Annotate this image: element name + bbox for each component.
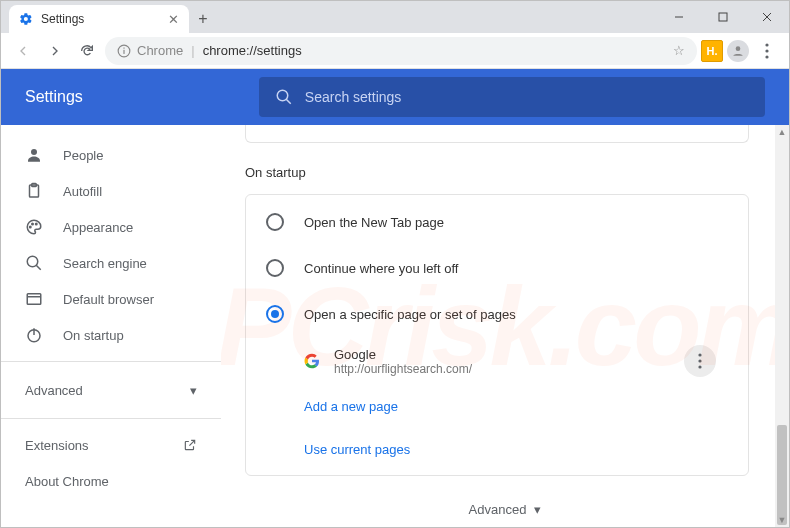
startup-option-continue[interactable]: Continue where you left off xyxy=(246,245,748,291)
sidebar-item-label: Appearance xyxy=(63,220,133,235)
sidebar-item-default-browser[interactable]: Default browser xyxy=(1,281,221,317)
extension-badge[interactable]: H. xyxy=(701,40,723,62)
svg-point-17 xyxy=(32,223,34,225)
search-icon xyxy=(25,254,43,272)
sidebar-item-on-startup[interactable]: On startup xyxy=(1,317,221,353)
settings-sidebar: People Autofill Appearance Search engine… xyxy=(1,125,221,527)
maximize-button[interactable] xyxy=(701,1,745,33)
startup-card: Open the New Tab page Continue where you… xyxy=(245,194,749,476)
titlebar: Settings ✕ + xyxy=(1,1,789,33)
option-label: Open the New Tab page xyxy=(304,215,444,230)
power-icon xyxy=(25,326,43,344)
divider xyxy=(1,418,221,419)
sidebar-item-autofill[interactable]: Autofill xyxy=(1,173,221,209)
scrollbar[interactable]: ▲ ▼ xyxy=(775,125,789,527)
svg-point-19 xyxy=(27,256,38,267)
svg-point-26 xyxy=(698,359,701,362)
scroll-up-icon[interactable]: ▲ xyxy=(775,125,789,139)
window-controls xyxy=(657,1,789,33)
svg-point-10 xyxy=(765,55,768,58)
sidebar-item-label: People xyxy=(63,148,103,163)
svg-point-7 xyxy=(736,46,741,51)
chevron-down-icon: ▾ xyxy=(190,383,197,398)
sidebar-item-appearance[interactable]: Appearance xyxy=(1,209,221,245)
startup-page-title: Google xyxy=(334,347,472,362)
clipboard-icon xyxy=(25,182,43,200)
sidebar-about-chrome[interactable]: About Chrome xyxy=(1,463,221,499)
url-scheme-label: Chrome xyxy=(137,43,183,58)
close-icon[interactable]: ✕ xyxy=(168,12,179,27)
url-text: chrome://settings xyxy=(203,43,302,58)
forward-button[interactable] xyxy=(41,37,69,65)
svg-rect-1 xyxy=(719,13,727,21)
sidebar-item-search-engine[interactable]: Search engine xyxy=(1,245,221,281)
add-new-page-link[interactable]: Add a new page xyxy=(246,385,748,428)
scrollbar-thumb[interactable] xyxy=(777,425,787,525)
advanced-toggle-bottom[interactable]: Advanced ▾ xyxy=(245,476,765,527)
page-entry-menu-button[interactable] xyxy=(684,345,716,377)
sidebar-item-label: Autofill xyxy=(63,184,102,199)
svg-point-11 xyxy=(277,90,288,101)
sidebar-advanced-toggle[interactable]: Advanced▾ xyxy=(1,370,221,410)
svg-point-27 xyxy=(698,365,701,368)
new-tab-button[interactable]: + xyxy=(189,5,217,33)
tab-title: Settings xyxy=(41,12,160,26)
page-title: Settings xyxy=(25,88,83,106)
search-icon xyxy=(275,88,293,106)
gear-icon xyxy=(19,12,33,26)
person-icon xyxy=(25,146,43,164)
sidebar-item-label: Default browser xyxy=(63,292,154,307)
svg-line-12 xyxy=(286,99,291,104)
radio-unchecked-icon[interactable] xyxy=(266,259,284,277)
advanced-label: Advanced xyxy=(469,502,527,517)
svg-point-18 xyxy=(36,223,38,225)
extensions-label: Extensions xyxy=(25,438,89,453)
reload-button[interactable] xyxy=(73,37,101,65)
chevron-down-icon: ▾ xyxy=(534,502,541,517)
browser-toolbar: Chrome | chrome://settings ☆ H. xyxy=(1,33,789,69)
sidebar-item-label: Search engine xyxy=(63,256,147,271)
radio-unchecked-icon[interactable] xyxy=(266,213,284,231)
startup-option-specific-pages[interactable]: Open a specific page or set of pages xyxy=(246,291,748,337)
sidebar-item-people[interactable]: People xyxy=(1,137,221,173)
previous-card-edge xyxy=(245,125,749,143)
site-info-icon[interactable]: Chrome xyxy=(117,43,183,58)
option-label: Open a specific page or set of pages xyxy=(304,307,516,322)
scroll-down-icon[interactable]: ▼ xyxy=(775,513,789,527)
divider xyxy=(1,361,221,362)
svg-rect-6 xyxy=(123,47,124,48)
palette-icon xyxy=(25,218,43,236)
browser-icon xyxy=(25,290,43,308)
back-button[interactable] xyxy=(9,37,37,65)
settings-header: Settings xyxy=(1,69,789,125)
svg-point-8 xyxy=(765,43,768,46)
settings-search[interactable] xyxy=(259,77,765,117)
radio-checked-icon[interactable] xyxy=(266,305,284,323)
sidebar-item-label: On startup xyxy=(63,328,124,343)
minimize-button[interactable] xyxy=(657,1,701,33)
kebab-menu-button[interactable] xyxy=(753,37,781,65)
settings-search-input[interactable] xyxy=(305,89,749,105)
about-chrome-label: About Chrome xyxy=(25,474,109,489)
close-window-button[interactable] xyxy=(745,1,789,33)
startup-page-entry: Google http://ourflightsearch.com/ xyxy=(246,337,748,385)
settings-content: PCrisk.com On startup Open the New Tab p… xyxy=(221,125,789,527)
use-current-pages-link[interactable]: Use current pages xyxy=(246,428,748,471)
startup-page-url: http://ourflightsearch.com/ xyxy=(334,362,472,376)
omnibox[interactable]: Chrome | chrome://settings ☆ xyxy=(105,37,697,65)
profile-avatar[interactable] xyxy=(727,40,749,62)
bookmark-star-icon[interactable]: ☆ xyxy=(673,43,685,58)
sidebar-extensions-link[interactable]: Extensions xyxy=(1,427,221,463)
svg-point-9 xyxy=(765,49,768,52)
svg-rect-5 xyxy=(123,49,124,53)
startup-option-new-tab[interactable]: Open the New Tab page xyxy=(246,199,748,245)
advanced-label: Advanced xyxy=(25,383,83,398)
option-label: Continue where you left off xyxy=(304,261,458,276)
section-title-on-startup: On startup xyxy=(245,165,765,180)
google-favicon xyxy=(304,353,320,369)
browser-tab[interactable]: Settings ✕ xyxy=(9,5,189,33)
svg-point-25 xyxy=(698,353,701,356)
svg-point-16 xyxy=(30,226,32,228)
svg-rect-21 xyxy=(27,294,41,305)
svg-line-20 xyxy=(36,265,41,270)
